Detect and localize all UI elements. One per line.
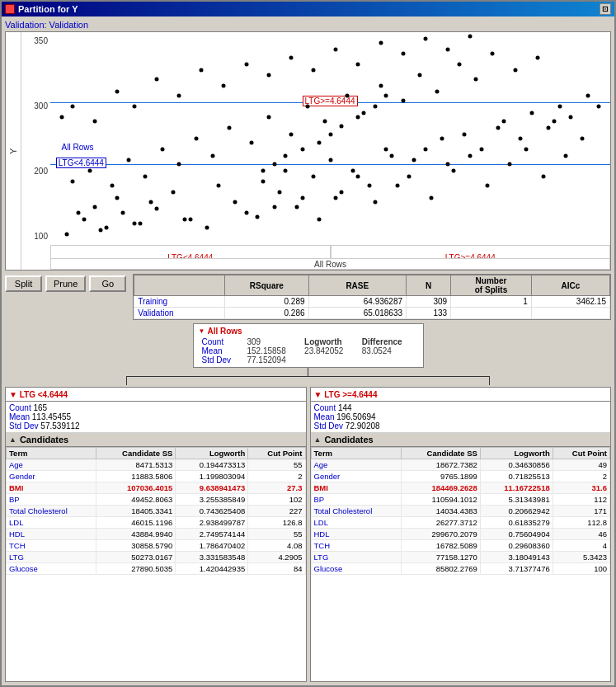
left-cut-3: 102 (248, 494, 305, 506)
right-mean-val: 196.50694 (336, 412, 375, 421)
scatter-dot (317, 141, 321, 145)
left-logworth-1: 1.199803094 (176, 471, 248, 482)
left-logworth-7: 1.786470402 (176, 540, 248, 552)
y-tick-350: 350 (21, 36, 50, 45)
left-term-9: Glucose (7, 563, 96, 575)
scatter-dot (412, 158, 416, 162)
training-rsquare: 0.289 (225, 296, 308, 308)
scatter-dot (334, 196, 338, 200)
std-val: 77.152094 (243, 355, 301, 365)
left-table-body: Age 8471.5313 0.194473313 55 Gender 1188… (7, 459, 306, 575)
right-ss-1: 9765.1899 (401, 471, 480, 482)
std-label: Std Dev (199, 355, 244, 365)
scatter-dot (322, 120, 327, 124)
left-logworth-0: 0.194473313 (176, 459, 248, 471)
scatter-bottom-all: All Rows (50, 258, 610, 270)
scatter-dot (194, 137, 198, 141)
bottom-section: ▼ LTG <4.6444 Count 165 Mean 113.45455 S… (5, 387, 611, 682)
scatter-dot (278, 190, 282, 194)
scatter-dot (401, 98, 405, 102)
diff-label: Difference (359, 337, 418, 346)
scatter-dot (457, 62, 461, 66)
left-logworth-5: 2.938499787 (176, 517, 248, 529)
left-term-2: BMI (7, 482, 96, 494)
scatter-dot (244, 62, 248, 66)
right-ss-2: 184469.2628 (401, 482, 480, 494)
scatter-dot (244, 211, 248, 215)
left-node-header: ▼ LTG <4.6444 (6, 388, 306, 402)
scatter-dot (115, 90, 120, 94)
left-th-cut: Cut Point (248, 448, 305, 459)
scatter-dot (138, 222, 142, 226)
right-term-6: HDL (311, 529, 401, 540)
left-cut-7: 4.08 (248, 540, 305, 552)
col-header-empty (134, 275, 225, 296)
scatter-dot (468, 35, 473, 39)
scatter-dot (407, 175, 411, 179)
right-cut-0: 49 (553, 459, 609, 471)
scatter-dot (474, 77, 478, 81)
connector-branches (126, 377, 490, 385)
left-ss-2: 107036.4015 (96, 482, 176, 494)
right-term-8: LTG (311, 552, 401, 563)
right-count-val: 144 (338, 403, 352, 412)
scatter-dot (485, 183, 489, 187)
left-ss-8: 50273.0167 (96, 552, 176, 563)
left-ss-9: 27890.5035 (96, 563, 176, 575)
right-mean-lbl: Mean (314, 412, 335, 421)
scatter-dot (524, 147, 529, 151)
prune-button[interactable]: Prune (45, 275, 86, 292)
scatter-dot (110, 183, 114, 187)
right-term-4: Total Cholesterol (311, 506, 401, 517)
scatter-dot (132, 222, 136, 226)
left-logworth-6: 2.749574144 (176, 529, 248, 540)
scatter-dot (328, 132, 332, 136)
scatter-container: Y 350 300 200 100 LTG>=4.6444 LTG<4.6444 (5, 31, 611, 271)
left-cut-2: 27.3 (248, 482, 305, 494)
scatter-dot (250, 141, 254, 145)
scatter-dot (535, 55, 539, 59)
left-std-val: 57.539112 (40, 421, 79, 431)
scatter-dot (266, 115, 270, 120)
col-header-splits: Numberof Splits (451, 275, 532, 296)
scatter-dot (233, 200, 237, 205)
scatter-dot (272, 205, 276, 209)
upper-line-label: LTG>=4.6444 (303, 96, 358, 106)
right-table-header-row: Term Candidate SS Logworth Cut Point (311, 448, 610, 459)
left-table-row: Total Cholesterol 18405.3341 0.743625408… (7, 506, 306, 517)
right-table-row: BMI 184469.2628 11.16722518 31.6 (311, 482, 610, 494)
scatter-dot (379, 40, 383, 45)
scatter-dot (266, 73, 270, 77)
restore-button[interactable]: ⊡ (600, 3, 611, 15)
right-table-body: Age 18672.7382 0.34630856 49 Gender 9765… (311, 459, 610, 575)
main-window: Partition for Y ⊡ Validation: Validation… (0, 0, 616, 687)
right-table-row: LDL 26277.3712 0.61835279 112.8 (311, 517, 610, 529)
scatter-dot (345, 94, 349, 98)
right-th-ss: Candidate SS (401, 448, 480, 459)
scatter-dot (463, 132, 467, 136)
go-button[interactable]: Go (89, 275, 126, 292)
scatter-dot (261, 168, 266, 172)
right-logworth-4: 0.20662942 (480, 506, 553, 517)
left-term-6: HDL (7, 529, 96, 540)
left-th-ss: Candidate SS (96, 448, 176, 459)
validation-label: Validation: Validation (5, 20, 611, 30)
mean-label: Mean (199, 346, 244, 355)
scatter-dot (143, 175, 148, 179)
split-button[interactable]: Split (5, 275, 42, 292)
right-cut-6: 46 (553, 529, 609, 540)
scatter-dot (491, 51, 495, 55)
right-node-title: ▼ LTG >=4.6444 (314, 390, 378, 399)
scatter-dot (93, 205, 97, 209)
scatter-dot (188, 218, 192, 222)
right-logworth-7: 0.29608360 (480, 540, 553, 552)
right-term-3: BP (311, 494, 401, 506)
left-cut-6: 55 (248, 529, 305, 540)
scatter-dot (216, 183, 220, 187)
left-candidates-title: Candidates (20, 435, 68, 445)
scatter-dot (373, 200, 377, 205)
right-count-lbl: Count (314, 403, 336, 412)
scatter-dot (200, 68, 204, 73)
right-ss-6: 299670.2079 (401, 529, 480, 540)
right-term-2: BMI (311, 482, 401, 494)
